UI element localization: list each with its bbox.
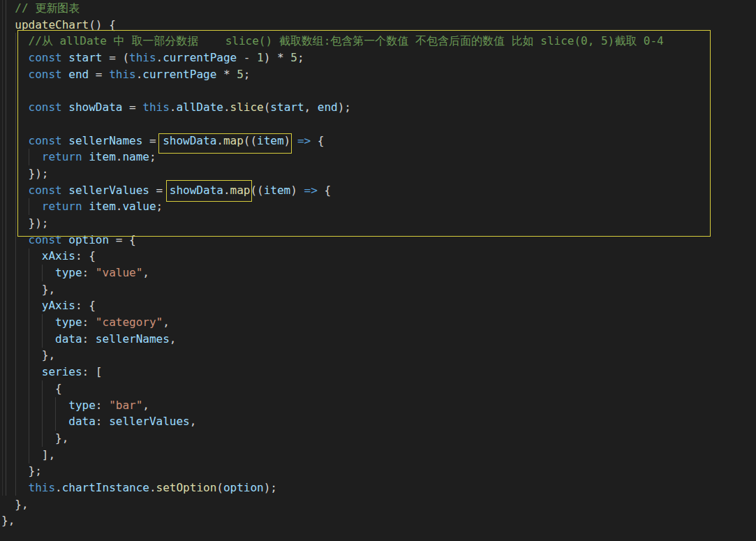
- code-line[interactable]: xAxis: {: [0, 248, 756, 265]
- code-line[interactable]: const sellerNames = showData.map((item) …: [0, 133, 756, 149]
- code-token: showData: [68, 101, 122, 114]
- code-token: item: [89, 150, 116, 163]
- code-line[interactable]: updateChart() {: [0, 17, 756, 34]
- code-token: value: [122, 200, 156, 213]
- code-line[interactable]: this.chartInstance.setOption(option);: [0, 480, 756, 496]
- code-token: showData: [170, 184, 223, 197]
- code-token: const: [29, 233, 69, 246]
- code-token: "category": [96, 316, 163, 329]
- code-token: sellerNames: [68, 134, 142, 147]
- code-token: option: [223, 481, 264, 494]
- code-token: .: [223, 101, 230, 114]
- code-line[interactable]: //从 allDate 中 取一部分数据 slice() 截取数组:包含第一个数…: [0, 33, 756, 50]
- code-token: =: [89, 68, 109, 81]
- code-line[interactable]: const end = this.currentPage * 5;: [0, 66, 756, 83]
- code-line[interactable]: },: [0, 281, 756, 298]
- code-line[interactable]: type: "bar",: [0, 397, 756, 414]
- code-line[interactable]: yAxis: {: [0, 297, 756, 314]
- code-token: option: [68, 233, 109, 246]
- code-line[interactable]: },: [0, 512, 756, 529]
- code-line[interactable]: data: sellerNames,: [0, 331, 756, 348]
- code-token: item: [257, 134, 284, 147]
- code-line[interactable]: };: [0, 463, 756, 480]
- code-token: :: [96, 415, 109, 428]
- indent-guide: [42, 265, 43, 281]
- code-line[interactable]: data: sellerValues,: [0, 413, 756, 430]
- code-token: =>: [297, 134, 311, 147]
- code-token: -: [237, 51, 257, 64]
- indent-guide: [2, 0, 3, 496]
- code-token: ,: [142, 399, 149, 412]
- code-token: :: [82, 266, 96, 279]
- code-token: this: [142, 101, 170, 114]
- code-token: (: [264, 101, 271, 114]
- code-token: .: [136, 68, 143, 81]
- code-token: ((: [244, 134, 257, 147]
- code-token: = {: [109, 233, 136, 246]
- code-token: //从 allDate 中 取一部分数据 slice() 截取数组:包含第一个数…: [29, 34, 664, 47]
- code-line[interactable]: const start = (this.currentPage - 1) * 5…: [0, 50, 756, 66]
- code-token: ,: [142, 266, 149, 279]
- code-token: chartInstance: [62, 481, 149, 494]
- code-token: );: [264, 481, 277, 494]
- code-token: ((: [250, 184, 263, 197]
- code-line[interactable]: });: [0, 215, 756, 232]
- code-line[interactable]: },: [0, 430, 756, 447]
- code-line[interactable]: const showData = this.allDate.slice(star…: [0, 99, 756, 116]
- code-token: .: [223, 184, 230, 197]
- indent-guide: [42, 380, 43, 447]
- code-token: .: [216, 134, 223, 147]
- code-token: *: [216, 68, 237, 81]
- code-token: : {: [75, 249, 96, 262]
- code-token: =: [149, 184, 170, 197]
- code-line[interactable]: ],: [0, 447, 756, 464]
- code-line[interactable]: {: [0, 380, 756, 397]
- code-token: =>: [304, 184, 318, 197]
- code-line[interactable]: });: [0, 165, 756, 182]
- code-line[interactable]: type: "value",: [0, 265, 756, 281]
- code-token: },: [15, 498, 28, 511]
- code-token: type: [55, 316, 82, 329]
- code-token: allDate: [176, 101, 223, 114]
- code-token: ) *: [264, 51, 291, 64]
- code-token: map: [223, 134, 244, 147]
- code-token: currentPage: [163, 51, 237, 64]
- indent-guide: [29, 249, 29, 464]
- indent-guide: [29, 198, 29, 215]
- code-line[interactable]: return item.name;: [0, 149, 756, 165]
- code-token: :: [82, 332, 96, 346]
- code-line[interactable]: type: "category",: [0, 314, 756, 331]
- code-token: const: [29, 101, 69, 114]
- code-token: .: [55, 481, 62, 494]
- code-line[interactable]: // 更新图表: [0, 0, 756, 17]
- code-line[interactable]: const sellerValues = showData.map((item)…: [0, 182, 756, 199]
- code-line[interactable]: [0, 116, 756, 133]
- code-token: end: [68, 68, 89, 81]
- code-token: data: [68, 415, 96, 428]
- code-token: // 更新图表: [15, 1, 80, 15]
- code-line[interactable]: const option = {: [0, 232, 756, 249]
- code-token: });: [29, 216, 49, 230]
- code-line[interactable]: return item.value;: [0, 198, 756, 215]
- code-line[interactable]: series: [: [0, 364, 756, 380]
- code-token: ;: [149, 150, 156, 163]
- code-token: const: [29, 68, 69, 81]
- code-line[interactable]: },: [0, 496, 756, 513]
- code-editor[interactable]: // 更新图表updateChart() {//从 allDate 中 取一部分…: [0, 0, 756, 541]
- code-token: yAxis: [42, 299, 75, 312]
- code-token: : [: [82, 365, 103, 378]
- code-token: "value": [96, 266, 142, 279]
- code-token: .: [156, 51, 163, 64]
- code-token: this: [109, 68, 136, 81]
- code-token: "bar": [109, 399, 142, 412]
- code-line[interactable]: [0, 82, 756, 99]
- code-token: =: [142, 134, 163, 147]
- code-token: ],: [42, 448, 55, 461]
- code-token: },: [42, 348, 55, 362]
- code-line[interactable]: },: [0, 347, 756, 364]
- code-token: showData: [163, 134, 216, 147]
- code-token: setOption: [156, 481, 217, 494]
- code-token: map: [230, 184, 251, 197]
- code-area[interactable]: // 更新图表updateChart() {//从 allDate 中 取一部分…: [0, 0, 756, 529]
- indent-guide: [42, 314, 43, 348]
